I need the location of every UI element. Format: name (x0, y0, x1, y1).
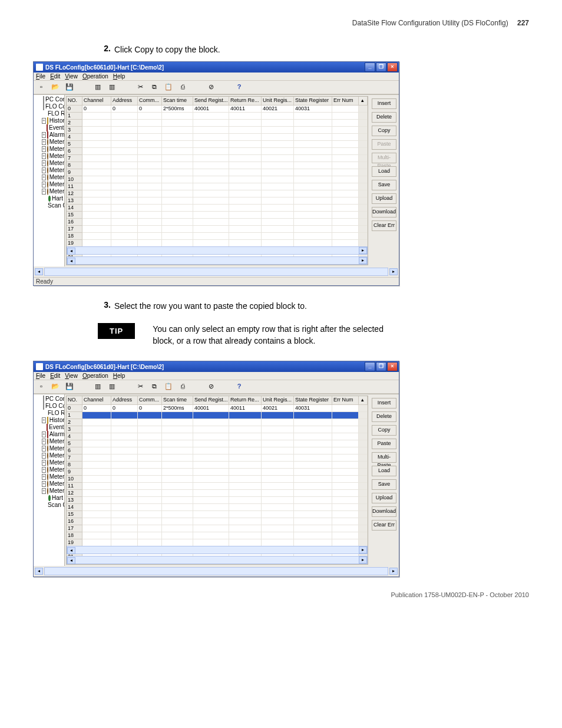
grid-cell[interactable] (229, 433, 262, 440)
grid-cell[interactable] (111, 120, 138, 127)
tree-expand-icon[interactable]: + (42, 182, 46, 187)
grid-cell[interactable] (294, 141, 332, 148)
maximize-button[interactable]: ❐ (376, 62, 386, 72)
grid-header-cell[interactable]: Send Regist... (193, 396, 229, 405)
load-button[interactable]: Load (372, 166, 396, 177)
grid-cell[interactable] (262, 525, 294, 532)
grid-cell[interactable] (193, 483, 229, 490)
grid-cell[interactable]: 9 (67, 469, 82, 476)
grid-cell[interactable]: 0 (82, 405, 111, 412)
grid-header-cell[interactable]: Channel (82, 396, 111, 405)
grid-cell[interactable] (332, 462, 359, 469)
grid-cell[interactable] (294, 462, 332, 469)
grid-cell[interactable] (294, 205, 332, 212)
tree-item[interactable]: +Meter Run4 (42, 167, 63, 174)
grid-cell[interactable] (229, 169, 262, 176)
grid-cell[interactable] (262, 447, 294, 454)
grid-cell[interactable]: 15 (67, 212, 82, 219)
grid-header-cell[interactable]: Err Num (332, 396, 359, 405)
grid-cell[interactable] (193, 169, 229, 176)
grid-cell[interactable] (262, 212, 294, 219)
grid-cell[interactable] (82, 205, 111, 212)
download-button[interactable]: Download (372, 207, 396, 218)
grid-cell[interactable] (262, 233, 294, 240)
grid-cell[interactable] (111, 433, 138, 440)
grid-cell[interactable] (294, 440, 332, 447)
grid-cell[interactable] (138, 113, 162, 120)
grid-cell[interactable] (82, 226, 111, 233)
grid-cell[interactable] (229, 497, 262, 504)
grid-cell[interactable] (193, 412, 229, 419)
grid-cell[interactable] (229, 162, 262, 169)
grid-cell[interactable] (82, 497, 111, 504)
tree-expand-icon[interactable]: + (42, 167, 46, 173)
tree-item[interactable]: +Meter Run3 (42, 459, 63, 466)
tree-item[interactable]: +History (42, 117, 63, 124)
grid-cell[interactable] (294, 162, 332, 169)
grid-cell[interactable] (229, 127, 262, 134)
save-icon[interactable]: 💾 (64, 381, 75, 392)
grid-cell[interactable] (294, 169, 332, 176)
grid-cell[interactable] (332, 120, 359, 127)
grid-cell[interactable] (138, 511, 162, 518)
grid-cell[interactable] (229, 504, 262, 511)
grid-cell[interactable]: 13 (67, 197, 82, 205)
grid-cell[interactable] (193, 127, 229, 134)
grid-cell[interactable]: 8 (67, 162, 82, 169)
grid-row[interactable]: 7 (67, 155, 368, 162)
save-icon[interactable]: 💾 (64, 82, 75, 93)
grid-row[interactable]: 4 (67, 134, 368, 141)
grid-cell[interactable] (82, 183, 111, 190)
grid-cell[interactable] (262, 419, 294, 426)
grid-cell[interactable] (229, 454, 262, 462)
grid-cell[interactable] (138, 483, 162, 490)
grid-row[interactable]: 14 (67, 205, 368, 212)
grid-cell[interactable] (82, 490, 111, 497)
grid-cell[interactable] (82, 469, 111, 476)
tree-item[interactable]: FLO Communicatio (42, 103, 63, 110)
grid-cell[interactable] (193, 476, 229, 483)
grid-cell[interactable] (193, 219, 229, 226)
grid-cell[interactable]: 7 (67, 454, 82, 462)
tree-item[interactable]: +Meter Run2 (42, 452, 63, 459)
grid-cell[interactable] (262, 169, 294, 176)
grid-cell[interactable] (332, 205, 359, 212)
grid-cell[interactable] (162, 525, 193, 532)
grid-row[interactable]: 5 (67, 440, 368, 447)
menu-file[interactable]: File (36, 73, 45, 80)
minimize-button[interactable]: _ (365, 362, 375, 371)
grid-cell[interactable]: 40011 (229, 405, 262, 412)
tree-expand-icon[interactable]: + (42, 488, 46, 494)
grid-cell[interactable] (193, 511, 229, 518)
grid-cell[interactable] (138, 190, 162, 197)
scroll-left-icon[interactable]: ◂ (67, 258, 75, 265)
grid-cell[interactable] (229, 233, 262, 240)
clearerr-button[interactable]: Clear Err (372, 220, 396, 231)
grid-cell[interactable] (111, 419, 138, 426)
grid-header-cell[interactable]: Comm... (138, 97, 162, 106)
grid-cell[interactable] (294, 518, 332, 525)
grid-cell[interactable]: 15 (67, 511, 82, 518)
minimize-button[interactable]: _ (365, 62, 375, 72)
grid-cell[interactable] (262, 205, 294, 212)
grid-cell[interactable] (82, 141, 111, 148)
insert-button[interactable]: Insert (372, 98, 396, 109)
grid-cell[interactable] (111, 127, 138, 134)
grid-row[interactable]: 9 (67, 469, 368, 476)
grid-cell[interactable] (162, 197, 193, 205)
upload-button[interactable]: Upload (372, 493, 396, 503)
grid-cell[interactable] (111, 518, 138, 525)
grid-cell[interactable] (332, 106, 359, 113)
grid-cell[interactable] (82, 219, 111, 226)
grid-cell[interactable]: 10 (67, 176, 82, 183)
grid-cell[interactable] (193, 433, 229, 440)
scroll-right-icon[interactable]: ▸ (359, 546, 367, 554)
tree-expand-icon[interactable]: + (42, 160, 46, 166)
grid-cell[interactable] (193, 183, 229, 190)
grid-cell[interactable] (111, 525, 138, 532)
grid-cell[interactable] (111, 504, 138, 511)
tree-expand-icon[interactable]: + (42, 118, 46, 124)
grid-cell[interactable] (138, 197, 162, 205)
dev1-icon[interactable]: ▥ (92, 82, 103, 93)
scroll-left-icon[interactable]: ◂ (35, 568, 43, 575)
